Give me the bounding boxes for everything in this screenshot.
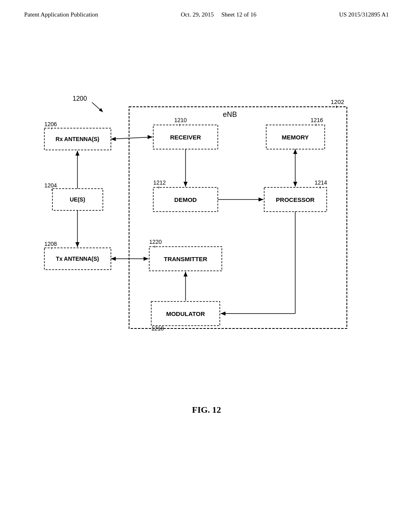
ue-label: UE(S) bbox=[70, 196, 85, 203]
svg-marker-27 bbox=[184, 272, 188, 276]
diagram-svg: 1200 eNB 1202 Rx ANTENNA(S) 1206 UE(S) 1… bbox=[24, 69, 387, 383]
header-left: Patent Application Publication bbox=[24, 11, 98, 18]
tx-antenna-label: Tx ANTENNA(S) bbox=[56, 256, 99, 262]
svg-marker-16 bbox=[75, 151, 79, 156]
ref-1216: 1216 bbox=[311, 117, 323, 123]
ref-1218: 1218 bbox=[151, 325, 164, 332]
sheet-info: Sheet 12 of 16 bbox=[221, 11, 257, 18]
processor-label: PROCESSOR bbox=[276, 196, 315, 203]
modulator-label: MODULATOR bbox=[166, 310, 205, 317]
ref-1210: 1210 bbox=[174, 117, 187, 123]
rx-antenna-label: Rx ANTENNA(S) bbox=[56, 136, 99, 142]
publication-date: Oct. 29, 2015 bbox=[181, 11, 214, 18]
svg-marker-18 bbox=[75, 242, 79, 247]
patent-number: US 2015/312895 A1 bbox=[339, 11, 389, 18]
svg-marker-34 bbox=[293, 149, 297, 154]
memory-label: MEMORY bbox=[282, 134, 309, 141]
svg-marker-23 bbox=[184, 182, 188, 187]
enb-label: eNB bbox=[223, 110, 237, 118]
header-center: Oct. 29, 2015 Sheet 12 of 16 bbox=[181, 11, 257, 18]
ref-1214: 1214 bbox=[315, 179, 327, 186]
svg-marker-21 bbox=[111, 257, 116, 261]
svg-marker-20 bbox=[144, 257, 148, 261]
demod-label: DEMOD bbox=[174, 196, 197, 203]
svg-marker-14 bbox=[111, 137, 116, 141]
svg-marker-25 bbox=[259, 197, 263, 202]
svg-line-12 bbox=[111, 137, 152, 139]
ref-1202: 1202 bbox=[331, 98, 344, 105]
figure-caption: FIG. 12 bbox=[0, 405, 413, 415]
svg-marker-31 bbox=[221, 312, 225, 316]
ref-1206: 1206 bbox=[44, 121, 57, 127]
ref-1208: 1208 bbox=[44, 241, 57, 247]
ref-1200: 1200 bbox=[73, 95, 87, 102]
receiver-label: RECEIVER bbox=[170, 134, 201, 141]
publication-type: Patent Application Publication bbox=[24, 11, 98, 18]
fig-caption-text: FIG. 12 bbox=[192, 405, 221, 415]
diagram-area: 1200 eNB 1202 Rx ANTENNA(S) 1206 UE(S) 1… bbox=[0, 52, 413, 532]
enb-box bbox=[129, 107, 347, 328]
ref-1212: 1212 bbox=[153, 179, 166, 186]
page-header: Patent Application Publication Oct. 29, … bbox=[0, 0, 413, 18]
svg-marker-13 bbox=[148, 135, 152, 139]
ref-1204: 1204 bbox=[44, 182, 57, 189]
header-right: US 2015/312895 A1 bbox=[339, 11, 389, 18]
ref-1220: 1220 bbox=[149, 239, 162, 245]
transmitter-label: TRANSMITTER bbox=[164, 256, 207, 262]
svg-marker-33 bbox=[293, 182, 297, 187]
